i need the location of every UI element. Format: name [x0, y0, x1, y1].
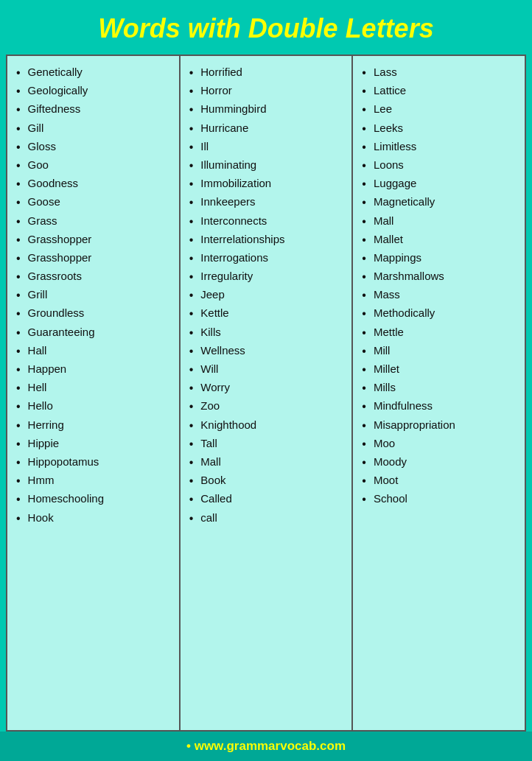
list-item: Mass: [356, 286, 519, 304]
list-item: Grass: [10, 212, 173, 231]
column-2: HorrifiedHorrorHummingbirdHurricaneIllIl…: [181, 56, 354, 730]
list-item: Irregularity: [183, 267, 346, 286]
list-item: Hippie: [10, 435, 173, 453]
list-item: Leeks: [356, 119, 519, 138]
list-item: Misappropriation: [356, 416, 519, 435]
list-item: Mappings: [356, 249, 519, 267]
list-item: Mall: [183, 453, 346, 471]
list-item: Grasshopper: [10, 249, 173, 267]
list-item: Magnetically: [356, 193, 519, 211]
list-item: Giftedness: [10, 100, 173, 119]
list-item: Luggage: [356, 175, 519, 193]
footer: www.grammarvocab.com: [0, 732, 532, 761]
list-item: Gill: [10, 119, 173, 138]
list-item: call: [183, 509, 346, 527]
list-item: Ill: [183, 138, 346, 156]
list-item: Tall: [183, 435, 346, 453]
list-item: Goodness: [10, 175, 173, 193]
footer-url: www.grammarvocab.com: [186, 739, 346, 753]
content-area: GeneticallyGeologicallyGiftednessGillGlo…: [6, 55, 526, 732]
list-item: Lass: [356, 63, 519, 82]
list-item: Hell: [10, 379, 173, 397]
list-item: Homeschooling: [10, 490, 173, 508]
list-item: Interrelationships: [183, 231, 346, 249]
list-item: Horrified: [183, 63, 346, 82]
list-item: Lattice: [356, 82, 519, 100]
list-item: Jeep: [183, 286, 346, 304]
list-item: Mall: [356, 212, 519, 231]
list-item: Immobilization: [183, 175, 346, 193]
list-item: Hello: [10, 397, 173, 415]
list-item: Hummingbird: [183, 100, 346, 119]
list-item: Gloss: [10, 138, 173, 156]
list-item: Grassroots: [10, 267, 173, 286]
list-item: Loons: [356, 156, 519, 175]
list-item: Groundless: [10, 304, 173, 323]
list-item: Worry: [183, 379, 346, 397]
list-item: Limitless: [356, 138, 519, 156]
list-item: Hurricane: [183, 119, 346, 138]
column-1: GeneticallyGeologicallyGiftednessGillGlo…: [7, 56, 181, 730]
list-item: Kettle: [183, 304, 346, 323]
list-item: Goo: [10, 156, 173, 175]
list-item: Kills: [183, 323, 346, 342]
list-item: Mills: [356, 379, 519, 397]
list-item: Genetically: [10, 63, 173, 82]
list-item: Mettle: [356, 323, 519, 342]
list-item: Lee: [356, 100, 519, 119]
header: Words with Double Letters: [0, 0, 532, 55]
list-item: Guaranteeing: [10, 323, 173, 342]
list-item: Hall: [10, 342, 173, 360]
column-3: LassLatticeLeeLeeksLimitlessLoonsLuggage…: [353, 56, 525, 730]
list-item: Moot: [356, 471, 519, 490]
list-item: Hippopotamus: [10, 453, 173, 471]
page-title: Words with Double Letters: [15, 13, 517, 44]
list-item: Mallet: [356, 231, 519, 249]
list-item: Innkeepers: [183, 193, 346, 211]
list-item: Called: [183, 490, 346, 508]
list-item: Hook: [10, 509, 173, 527]
list-item: School: [356, 490, 519, 508]
list-item: Goose: [10, 193, 173, 211]
list-item: Zoo: [183, 397, 346, 415]
list-item: Happen: [10, 360, 173, 379]
list-item: Horror: [183, 82, 346, 100]
list-item: Interconnects: [183, 212, 346, 231]
list-item: Wellness: [183, 342, 346, 360]
list-item: Marshmallows: [356, 267, 519, 286]
list-item: Mindfulness: [356, 397, 519, 415]
list-item: Book: [183, 471, 346, 490]
list-item: Herring: [10, 416, 173, 435]
list-item: Grasshopper: [10, 231, 173, 249]
list-item: Millet: [356, 360, 519, 379]
list-item: Mill: [356, 342, 519, 360]
list-item: Knighthood: [183, 416, 346, 435]
list-item: Grill: [10, 286, 173, 304]
list-item: Illuminating: [183, 156, 346, 175]
list-item: Will: [183, 360, 346, 379]
list-item: Geologically: [10, 82, 173, 100]
list-item: Hmm: [10, 471, 173, 490]
list-item: Interrogations: [183, 249, 346, 267]
list-item: Moody: [356, 453, 519, 471]
list-item: Moo: [356, 435, 519, 453]
list-item: Methodically: [356, 304, 519, 323]
